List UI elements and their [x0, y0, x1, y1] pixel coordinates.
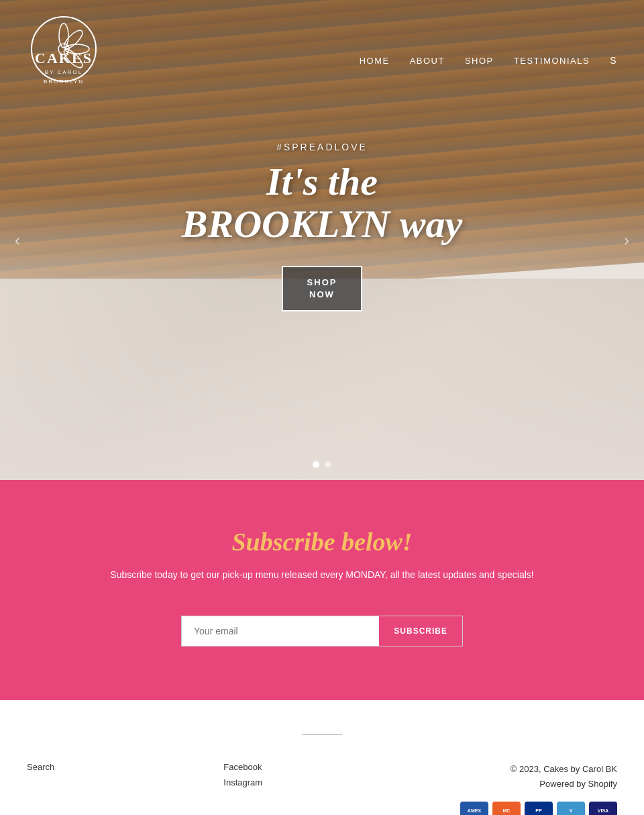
- carousel-dots: [313, 461, 331, 468]
- footer: Search Facebook Instagram © 2023, Cakes …: [0, 700, 644, 815]
- visa-icon: VISA: [589, 802, 617, 815]
- subscribe-button[interactable]: SUBSCRIBE: [379, 616, 462, 646]
- carousel-dot-1[interactable]: [313, 461, 319, 468]
- carousel-prev-button[interactable]: ‹: [8, 224, 27, 256]
- svg-text:CAKES: CAKES: [35, 50, 93, 66]
- payment-icons: AMEX MC PP V VISA: [421, 802, 617, 815]
- hero-hashtag: #SPREADLOVE: [161, 142, 483, 152]
- nav-links: HOME ABOUT SHOP TESTIMONIALS S: [360, 55, 617, 66]
- mastercard-icon: MC: [492, 802, 521, 815]
- powered-by-link[interactable]: Powered by Shopify: [539, 779, 617, 789]
- footer-col-copyright: © 2023, Cakes by Carol BK Powered by Sho…: [421, 762, 617, 815]
- venmo-icon: V: [557, 802, 585, 815]
- subscribe-description: Subscribe today to get our pick-up menu …: [27, 567, 617, 582]
- hero-content: #SPREADLOVE It's the BROOKLYN way SHOPNO…: [161, 142, 483, 312]
- footer-divider: [302, 734, 342, 735]
- nav-shop[interactable]: SHOP: [465, 56, 494, 66]
- nav-testimonials[interactable]: TESTIMONIALS: [514, 56, 590, 66]
- footer-search-link[interactable]: Search: [27, 762, 223, 772]
- copyright-text: © 2023, Cakes by Carol BK: [511, 764, 617, 774]
- footer-copyright: © 2023, Cakes by Carol BK Powered by Sho…: [421, 762, 617, 792]
- paypal-icon: PP: [525, 802, 553, 815]
- footer-columns: Search Facebook Instagram © 2023, Cakes …: [27, 762, 617, 815]
- subscribe-section: Subscribe below! Subscribe today to get …: [0, 480, 644, 700]
- nav-home[interactable]: HOME: [360, 56, 390, 66]
- main-nav: CAKES BY CAROL BROOKLYN HOME ABOUT SHOP …: [0, 0, 644, 121]
- footer-facebook-link[interactable]: Facebook: [223, 762, 420, 772]
- amex-icon: AMEX: [460, 802, 488, 815]
- search-button[interactable]: S: [610, 55, 617, 66]
- hero-section: CAKES BY CAROL BROOKLYN HOME ABOUT SHOP …: [0, 0, 644, 480]
- footer-col-links: Search: [27, 762, 223, 777]
- shop-now-button[interactable]: SHOPNOW: [282, 266, 363, 311]
- email-input[interactable]: [182, 616, 379, 646]
- carousel-next-button[interactable]: ›: [617, 224, 636, 256]
- svg-text:BY CAROL: BY CAROL: [45, 69, 83, 75]
- carousel-dot-2[interactable]: [325, 461, 331, 468]
- footer-col-social: Facebook Instagram: [223, 762, 420, 793]
- nav-about[interactable]: ABOUT: [410, 56, 445, 66]
- logo-svg: CAKES BY CAROL BROOKLYN: [27, 12, 101, 106]
- hero-title: It's the BROOKLYN way: [161, 160, 483, 246]
- logo[interactable]: CAKES BY CAROL BROOKLYN: [27, 12, 101, 109]
- subscribe-title: Subscribe below!: [27, 527, 617, 557]
- subscribe-form: SUBSCRIBE: [181, 616, 463, 646]
- footer-instagram-link[interactable]: Instagram: [223, 777, 420, 787]
- svg-text:BROOKLYN: BROOKLYN: [44, 79, 84, 85]
